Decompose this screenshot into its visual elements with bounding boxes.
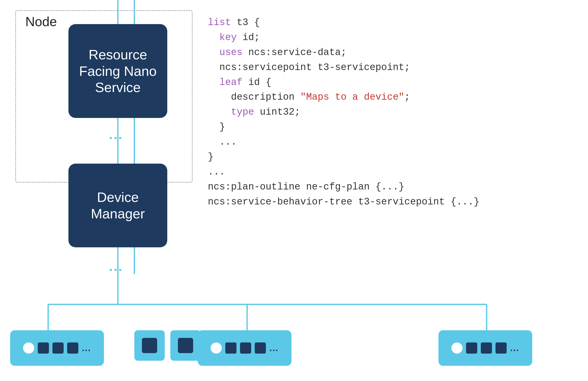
port-dots-1: ... bbox=[82, 343, 91, 353]
port-sq-sm-2 bbox=[178, 338, 193, 353]
port-sq-1 bbox=[38, 342, 49, 354]
port-sq-4b bbox=[481, 342, 492, 354]
port-circle-1 bbox=[23, 342, 34, 354]
dots-between-boxes: ... bbox=[109, 127, 123, 142]
port-sq-4c bbox=[495, 342, 507, 354]
port-dots-4: ... bbox=[510, 343, 519, 353]
device-small-1 bbox=[134, 330, 165, 361]
port-sq-sm-1 bbox=[142, 338, 157, 353]
port-sq-3 bbox=[67, 342, 78, 354]
diagram-area: Node ResourceFacing NanoService ... Devi… bbox=[0, 0, 588, 381]
rfns-box: ResourceFacing NanoService bbox=[68, 24, 167, 118]
port-sq-2 bbox=[52, 342, 64, 354]
port-dots-3: ... bbox=[269, 343, 279, 353]
port-sq-3c bbox=[255, 342, 266, 354]
dm-label: DeviceManager bbox=[91, 189, 145, 222]
port-circle-4 bbox=[451, 342, 463, 354]
device-4: ... bbox=[438, 330, 532, 366]
node-label: Node bbox=[25, 14, 57, 29]
port-sq-4a bbox=[466, 342, 477, 354]
dots-below-dm: ... bbox=[109, 259, 123, 274]
device-3: ... bbox=[198, 330, 291, 366]
port-sq-3a bbox=[225, 342, 236, 354]
code-panel: list t3 { key id; uses ncs:service-data;… bbox=[208, 15, 568, 210]
code-block: list t3 { key id; uses ncs:service-data;… bbox=[208, 15, 568, 210]
dm-box: DeviceManager bbox=[68, 164, 167, 247]
port-sq-3b bbox=[240, 342, 251, 354]
device-1: ... bbox=[10, 330, 104, 366]
port-circle-3 bbox=[211, 342, 222, 354]
rfns-label: ResourceFacing NanoService bbox=[79, 46, 157, 96]
device-small-2 bbox=[170, 330, 201, 361]
